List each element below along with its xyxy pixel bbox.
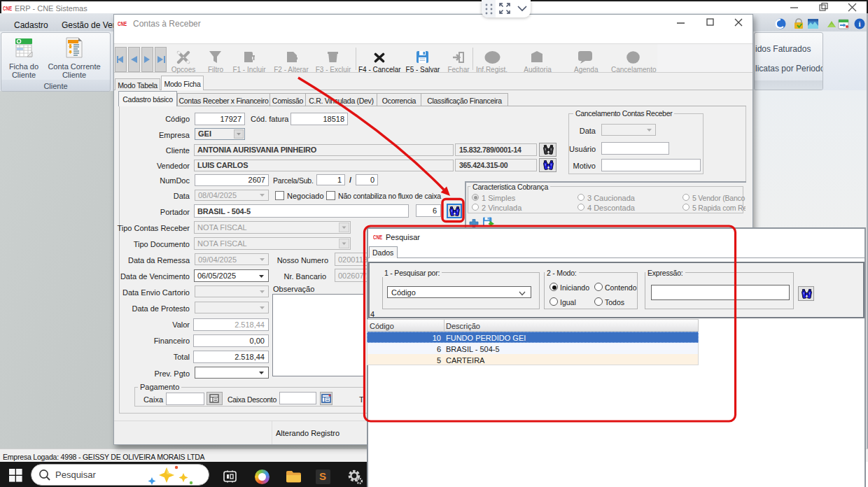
svg-text:i: i [858,20,860,28]
svg-text:CNE: CNE [3,5,12,11]
svg-text:CNE: CNE [373,234,382,240]
svg-text:CNE: CNE [118,20,127,27]
